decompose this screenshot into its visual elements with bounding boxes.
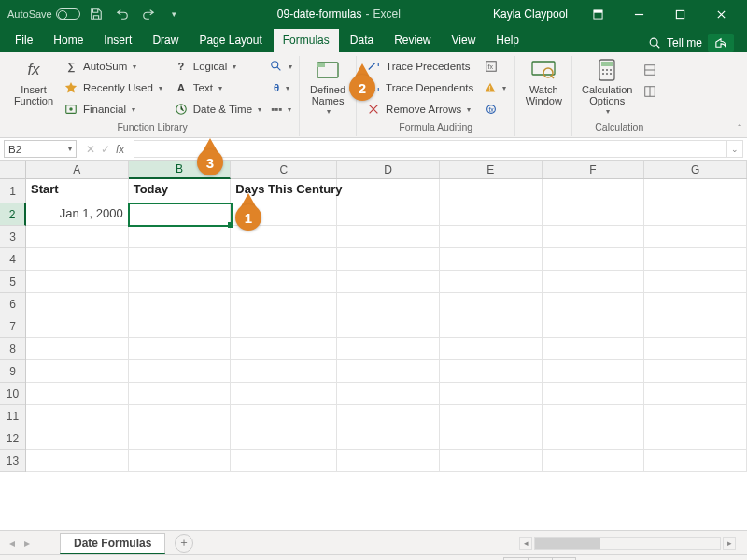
cell[interactable] <box>26 293 129 315</box>
cell[interactable] <box>129 271 232 293</box>
cell[interactable] <box>440 226 543 248</box>
cell[interactable] <box>129 383 232 405</box>
cell[interactable] <box>129 360 232 383</box>
cell[interactable]: Days This Century <box>231 179 337 203</box>
cell[interactable] <box>231 293 337 315</box>
calc-sheet-button[interactable] <box>640 81 660 102</box>
cell[interactable] <box>543 203 645 226</box>
cell[interactable] <box>644 450 747 472</box>
cell[interactable] <box>129 405 232 427</box>
row-header[interactable]: 13 <box>0 450 25 472</box>
cell[interactable] <box>440 383 543 405</box>
cell[interactable] <box>644 293 747 315</box>
cell[interactable] <box>440 405 543 427</box>
row-header[interactable]: 3 <box>0 226 25 248</box>
cell[interactable] <box>440 248 543 271</box>
cell[interactable] <box>644 315 747 338</box>
cell[interactable] <box>644 226 747 248</box>
row-header[interactable]: 9 <box>0 360 25 383</box>
maximize-button[interactable] <box>661 0 698 28</box>
cell[interactable] <box>440 360 543 383</box>
cell[interactable] <box>129 450 232 472</box>
cell[interactable] <box>337 248 440 271</box>
cell[interactable] <box>337 427 440 450</box>
sheet-nav-arrows[interactable]: ◂▸ <box>6 537 34 550</box>
cell[interactable] <box>231 450 337 472</box>
cell[interactable] <box>129 248 232 271</box>
name-box[interactable]: B2 ▾ <box>4 140 77 158</box>
cell[interactable] <box>231 248 337 271</box>
tab-help[interactable]: Help <box>486 29 529 52</box>
cell[interactable]: Start <box>26 179 129 203</box>
row-header[interactable]: 11 <box>0 405 25 427</box>
trace-dependents-button[interactable]: Trace Dependents <box>362 77 477 98</box>
row-header[interactable]: 4 <box>0 248 25 271</box>
defined-names-button[interactable]: Defined Names▾ <box>305 56 350 117</box>
cell[interactable] <box>543 338 645 360</box>
financial-button[interactable]: Financial▾ <box>60 99 166 119</box>
text-button[interactable]: AText▾ <box>170 77 265 98</box>
cell[interactable] <box>644 360 747 383</box>
normal-view-button[interactable] <box>503 557 528 561</box>
page-layout-view-button[interactable] <box>528 557 552 561</box>
tab-page-layout[interactable]: Page Layout <box>190 29 271 52</box>
cell[interactable] <box>26 360 129 383</box>
qat-customize[interactable]: ▾ <box>164 4 185 24</box>
lookup-button[interactable]: ▾ <box>269 56 293 77</box>
math-button[interactable]: θ▾ <box>269 77 293 98</box>
remove-arrows-button[interactable]: Remove Arrows▾ <box>362 99 477 119</box>
tab-draw[interactable]: Draw <box>143 29 188 52</box>
cell[interactable] <box>644 427 747 450</box>
calculation-options-button[interactable]: Calculation Options▾ <box>578 56 636 117</box>
show-formulas-button[interactable]: fx <box>481 56 501 77</box>
cell[interactable] <box>129 293 232 315</box>
column-header[interactable]: D <box>337 161 440 178</box>
cell[interactable] <box>644 248 747 271</box>
column-header[interactable]: A <box>26 161 129 178</box>
cell[interactable] <box>644 179 747 203</box>
cell[interactable] <box>440 203 543 226</box>
tab-formulas[interactable]: Formulas <box>274 29 339 52</box>
scroll-right-icon[interactable]: ▸ <box>723 537 736 550</box>
column-header[interactable]: E <box>440 161 543 178</box>
row-header[interactable]: 5 <box>0 271 25 293</box>
tab-review[interactable]: Review <box>385 29 440 52</box>
cell[interactable] <box>26 315 129 338</box>
cell[interactable] <box>440 271 543 293</box>
cell[interactable] <box>543 360 645 383</box>
autosum-button[interactable]: ∑AutoSum▾ <box>60 56 166 77</box>
cell[interactable] <box>543 248 645 271</box>
cell[interactable] <box>337 315 440 338</box>
cell[interactable] <box>231 338 337 360</box>
expand-formula-bar[interactable]: ⌄ <box>726 140 743 158</box>
cell[interactable] <box>231 427 337 450</box>
cell[interactable] <box>26 226 129 248</box>
tab-data[interactable]: Data <box>341 29 383 52</box>
cell[interactable] <box>337 360 440 383</box>
page-break-view-button[interactable] <box>552 557 576 561</box>
cell[interactable] <box>337 405 440 427</box>
row-header[interactable]: 1 <box>0 179 25 203</box>
fx-icon[interactable]: fx <box>116 143 124 156</box>
cell[interactable] <box>543 405 645 427</box>
cell[interactable] <box>337 338 440 360</box>
cell[interactable] <box>231 405 337 427</box>
redo-button[interactable] <box>138 4 159 24</box>
cell[interactable] <box>337 271 440 293</box>
cell[interactable] <box>129 338 232 360</box>
collapse-ribbon-icon[interactable]: ˆ <box>738 123 741 134</box>
more-functions-button[interactable]: ▪▪▪▾ <box>269 99 293 119</box>
cell[interactable] <box>129 203 232 226</box>
cell[interactable] <box>440 179 543 203</box>
cell[interactable] <box>440 450 543 472</box>
sheet-tab-active[interactable]: Date Formulas <box>60 533 165 554</box>
cell[interactable] <box>543 450 645 472</box>
cell[interactable] <box>337 226 440 248</box>
row-header[interactable]: 6 <box>0 293 25 315</box>
cell[interactable] <box>129 427 232 450</box>
row-header[interactable]: 8 <box>0 338 25 360</box>
cell[interactable] <box>231 226 337 248</box>
cell[interactable] <box>26 450 129 472</box>
date-time-button[interactable]: Date & Time▾ <box>170 99 265 119</box>
cell[interactable] <box>543 271 645 293</box>
